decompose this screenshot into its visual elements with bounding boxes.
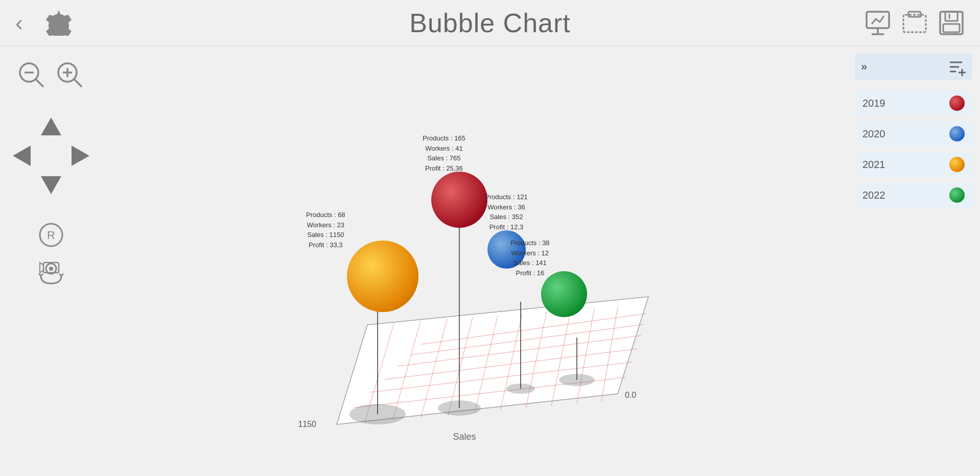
- bubble-2019[interactable]: [431, 172, 487, 228]
- screenshot-button[interactable]: [901, 10, 928, 36]
- legend-item-2019[interactable]: 2019: [855, 90, 972, 116]
- panel-toolbar: »: [855, 54, 972, 80]
- svg-marker-17: [41, 117, 61, 135]
- legend-label-2022: 2022: [862, 189, 885, 201]
- zoom-in-button[interactable]: [56, 61, 84, 89]
- settings-button[interactable]: [46, 10, 72, 36]
- trademark-button[interactable]: R: [38, 222, 64, 248]
- legend-dot-2019: [949, 96, 965, 111]
- legend-item-2022[interactable]: 2022: [855, 182, 972, 208]
- svg-rect-7: [945, 12, 958, 21]
- header: ‹ Bubble Chart: [0, 0, 980, 46]
- add-filter-button[interactable]: [948, 58, 966, 76]
- nav-down-button[interactable]: [38, 171, 64, 197]
- x-max-label: 0.0: [625, 391, 636, 399]
- back-button[interactable]: ‹: [15, 10, 36, 36]
- svg-text:R: R: [47, 229, 55, 242]
- legend-dot-2021: [949, 157, 965, 172]
- svg-text:‹: ‹: [15, 10, 23, 35]
- svg-marker-19: [72, 146, 89, 166]
- legend-label-2021: 2021: [862, 159, 885, 171]
- svg-line-12: [36, 79, 43, 87]
- svg-line-16: [74, 79, 82, 87]
- chart-3d: Sales 1150 0.0 Products: [296, 82, 654, 440]
- right-panel: » 2019 2020 2021 2022: [847, 46, 980, 476]
- x-axis-label: Sales: [453, 432, 476, 440]
- chart-area: Sales 1150 0.0 Products: [102, 46, 847, 476]
- bubble-2021[interactable]: [347, 241, 418, 312]
- page-title: Bubble Chart: [409, 8, 571, 38]
- save-button[interactable]: [938, 10, 965, 36]
- bubble-2020[interactable]: [487, 230, 526, 269]
- svg-rect-8: [943, 24, 960, 32]
- svg-marker-20: [41, 176, 61, 194]
- camera-rotate-button[interactable]: [36, 255, 66, 286]
- zoom-group: [18, 61, 84, 89]
- legend-item-2021[interactable]: 2021: [855, 152, 972, 177]
- legend-dot-2020: [949, 126, 965, 141]
- nav-up-button[interactable]: [38, 115, 64, 140]
- bubble-2022[interactable]: [541, 271, 587, 317]
- left-toolbar: R: [0, 46, 102, 476]
- legend-item-2020[interactable]: 2020: [855, 121, 972, 147]
- nav-group: [10, 115, 92, 197]
- nav-left-button[interactable]: [10, 143, 36, 169]
- legend-label-2019: 2019: [862, 98, 885, 109]
- header-right: [865, 10, 965, 36]
- legend-label-2020: 2020: [862, 128, 885, 140]
- bottom-tools: R: [36, 222, 66, 286]
- legend-dot-2022: [949, 187, 965, 203]
- nav-right-button[interactable]: [66, 143, 92, 169]
- presentation-button[interactable]: [865, 10, 891, 36]
- svg-marker-18: [13, 146, 31, 166]
- x-min-label: 1150: [298, 420, 316, 429]
- svg-point-24: [49, 267, 53, 271]
- expand-panel-button[interactable]: »: [861, 60, 867, 74]
- zoom-out-button[interactable]: [18, 61, 46, 89]
- header-left: ‹: [15, 10, 72, 36]
- chart-grid: Sales 1150 0.0 Products: [296, 82, 654, 440]
